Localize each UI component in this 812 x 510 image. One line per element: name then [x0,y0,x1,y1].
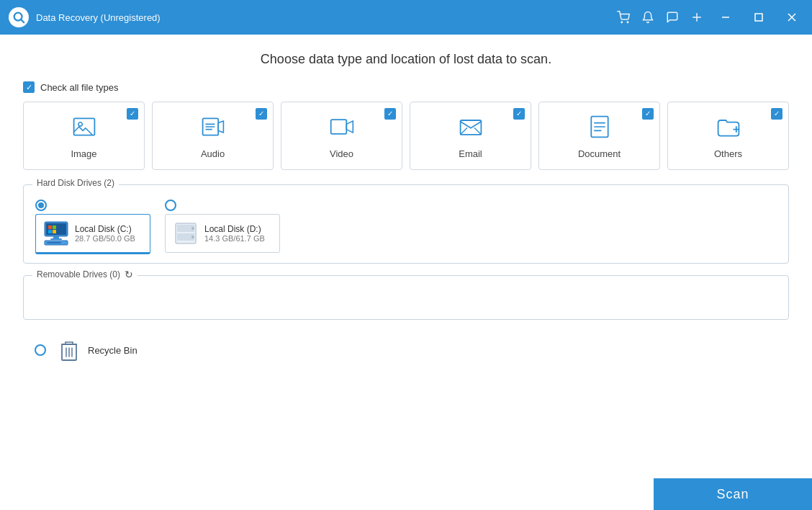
drive-d-size: 14.3 GB/61.7 GB [204,234,265,243]
svg-line-1 [21,19,24,22]
svg-point-11 [78,122,81,126]
audio-label: Audio [201,148,225,159]
image-icon [68,111,100,143]
audio-icon [197,111,229,143]
document-checkbox [642,108,654,120]
video-icon [326,111,358,143]
maximize-button[interactable] [747,6,770,29]
drive-d-radio-row [165,200,280,211]
email-icon [455,111,487,143]
drive-c-radio[interactable] [35,200,47,211]
check-all-row: Check all file types [23,81,789,93]
others-checkbox [771,108,782,120]
plus-icon[interactable] [690,10,704,24]
file-type-email[interactable]: Email [410,102,531,170]
bell-icon[interactable] [641,10,655,24]
hard-disk-section: Hard Disk Drives (2) [23,184,789,264]
svg-point-37 [191,227,194,230]
drive-d-name: Local Disk (D:) [204,224,265,234]
image-label: Image [71,148,96,159]
recycle-bin-section: Recycle Bin [23,331,789,369]
hard-disk-content: Local Disk (C:) 28.7 GB/50.0 GB [24,185,788,263]
hard-disk-title: Hard Disk Drives (2) [32,178,119,188]
email-checkbox [513,108,525,120]
drive-c-info: Local Disk (C:) 28.7 GB/50.0 GB [75,224,135,243]
refresh-icon[interactable]: ↻ [125,269,133,280]
drive-c-name: Local Disk (C:) [75,224,135,234]
check-all-checkbox[interactable] [23,81,35,93]
drive-d-radio[interactable] [165,200,176,211]
svg-rect-10 [73,118,94,135]
file-type-video[interactable]: Video [281,102,402,170]
svg-rect-29 [53,230,56,233]
others-icon [713,111,744,143]
check-all-label: Check all file types [40,82,118,93]
recycle-bin-item: Recycle Bin [35,337,777,363]
recycle-bin-label: Recycle Bin [88,345,137,356]
recycle-bin-radio[interactable] [35,344,46,356]
minimize-button[interactable] [714,6,737,29]
document-label: Document [578,148,621,159]
drive-c-radio-row [35,200,150,211]
svg-rect-33 [47,242,61,243]
svg-rect-31 [50,238,62,240]
scan-button-area: Scan [654,478,812,510]
chat-icon[interactable] [665,10,680,24]
app-title: Data Recovery (Unregistered) [36,12,616,23]
document-icon [584,111,615,143]
svg-point-3 [627,22,628,23]
others-label: Others [714,148,742,159]
removable-drives-title: Removable Drives (0) ↻ [32,269,137,280]
file-type-document[interactable]: Document [538,102,660,170]
main-content: Choose data type and location of lost da… [0,35,812,510]
drive-c-item: Local Disk (C:) 28.7 GB/50.0 GB [35,200,150,254]
page-title: Choose data type and location of lost da… [23,52,789,67]
image-checkbox [127,108,138,120]
scan-button[interactable]: Scan [654,478,812,510]
svg-rect-30 [53,236,59,238]
drive-c-card[interactable]: Local Disk (C:) 28.7 GB/50.0 GB [35,214,150,254]
drive-d-info: Local Disk (D:) 14.3 GB/61.7 GB [204,224,265,243]
svg-rect-28 [48,230,52,233]
svg-point-38 [191,236,194,238]
close-button[interactable] [780,6,803,29]
drives-row: Local Disk (C:) 28.7 GB/50.0 GB [35,200,777,254]
svg-rect-26 [48,225,52,229]
drive-c-icon [43,220,69,246]
audio-checkbox [256,108,267,120]
removable-drives-section: Removable Drives (0) ↻ [23,275,789,320]
svg-rect-27 [53,225,56,229]
cart-icon[interactable] [616,10,631,24]
title-bar: Data Recovery (Unregistered) [0,0,812,35]
drive-d-item: Local Disk (D:) 14.3 GB/61.7 GB [165,200,280,253]
file-type-image[interactable]: Image [23,102,145,170]
video-checkbox [384,108,396,120]
drive-c-size: 28.7 GB/50.0 GB [75,234,135,243]
file-type-others[interactable]: Others [667,102,789,170]
drive-d-card[interactable]: Local Disk (D:) 14.3 GB/61.7 GB [165,214,280,253]
recycle-bin-icon [56,337,82,363]
app-logo [9,7,29,27]
svg-point-2 [621,22,623,23]
video-label: Video [330,148,353,159]
svg-rect-7 [755,14,762,21]
file-types-grid: Image Audio [23,102,789,170]
drive-d-icon [173,220,199,246]
email-label: Email [459,148,482,159]
svg-rect-16 [330,120,346,134]
removable-drives-content [24,276,788,319]
file-type-audio[interactable]: Audio [152,102,274,170]
titlebar-controls [616,6,803,29]
